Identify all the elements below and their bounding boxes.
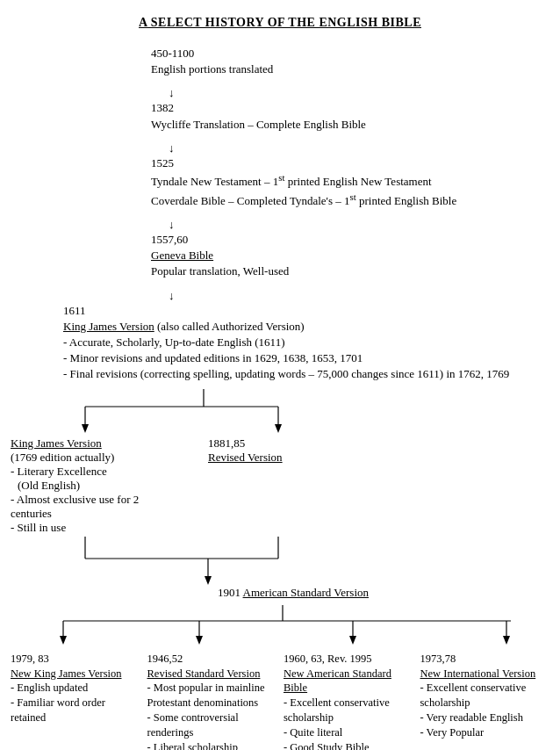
revised-version-col: 1881,85 Revised Version (208, 436, 283, 535)
entry-1382: 1382 Wycliffe Translation – Complete Eng… (151, 100, 549, 132)
bullet-rsv-2: - Some controversial renderings (147, 711, 239, 739)
name-nkjv: New King James Version (11, 667, 122, 680)
page-title: A SELECT HISTORY OF THE ENGLISH BIBLE (11, 16, 549, 30)
kjv-1769-col: King James Version (1769 edition actuall… (11, 436, 173, 535)
main-content: 450-1100 English portions translated ↓ 1… (11, 46, 549, 750)
svg-marker-18 (349, 636, 356, 645)
name-rsv: Revised Standard Version (147, 667, 261, 680)
bullet-niv-3: - Very Popular (420, 726, 485, 739)
arrow-4: ↓ (151, 289, 549, 303)
branch-svg-asv (11, 537, 560, 585)
year-nkjv: 1979, 83 (11, 653, 49, 665)
name-geneva: Geneva Bible (151, 249, 213, 262)
year-1382: 1382 (151, 101, 174, 114)
name-kjv: King James Version (63, 320, 154, 333)
entry-450-1100: 450-1100 English portions translated (151, 46, 549, 77)
name-nasb: New American Standard Bible (284, 667, 391, 695)
col-nasb: 1960, 63, Rev. 1995 New American Standar… (280, 652, 417, 750)
year-asv: 1901 (218, 586, 243, 599)
year-1611: 1611 (63, 304, 86, 317)
text-1382: Wycliffe Translation – Complete English … (151, 118, 366, 131)
entry-asv: 1901 American Standard Version (37, 585, 549, 601)
bullet-kjv1769-3: - Almost exclusive use for 2 centuries (11, 493, 139, 520)
line1-1525: Tyndale New Testament – 1st printed Engl… (151, 175, 432, 188)
text-450: English portions translated (151, 62, 273, 76)
branch-row-1769: King James Version (1769 edition actuall… (11, 436, 549, 535)
branch-svg-four (11, 605, 560, 645)
bullet-kjv-1: - Accurate, Scholarly, Up-to-date Englis… (63, 335, 284, 349)
svg-marker-10 (205, 576, 212, 585)
bullet-niv-2: - Very readable English (420, 711, 523, 724)
year-revised: 1881,85 (208, 436, 245, 450)
bullet-kjv-3: - Final revisions (correcting spelling, … (63, 367, 509, 380)
year-1525: 1525 (151, 156, 174, 169)
subtext-kjv-1769: (1769 edition actually) (11, 451, 114, 464)
bullet-nkjv-2: - Familiar word order retained (11, 696, 105, 724)
line2-1525: Coverdale Bible – Completed Tyndale's – … (151, 194, 456, 207)
arrow-1: ↓ (151, 86, 549, 100)
bullet-kjv1769-4: - Still in use (11, 521, 66, 534)
four-columns: 1979, 83 New King James Version - Englis… (11, 652, 549, 750)
branch-svg-1769 (11, 389, 560, 433)
page-container: A SELECT HISTORY OF THE ENGLISH BIBLE 45… (11, 16, 549, 750)
bullet-rsv-3: - Liberal scholarship (147, 741, 238, 750)
branch-arrows-four (11, 605, 549, 645)
entry-1525: 1525 Tyndale New Testament – 1st printed… (151, 155, 549, 209)
name-asv: American Standard Version (243, 586, 369, 599)
year-1557: 1557,60 (151, 233, 188, 246)
col-rsv: 1946,52 Revised Standard Version - Most … (144, 652, 281, 750)
bullet-niv-1: - Excellent conservative scholarship (420, 681, 527, 709)
col-niv: 1973,78 New International Version - Exce… (417, 652, 550, 740)
bullet-nkjv-1: - English updated (11, 681, 88, 694)
name-kjv-1769: King James Version (11, 436, 102, 450)
year-niv: 1973,78 (420, 653, 456, 665)
name-niv: New International Version (420, 667, 536, 680)
name-revised: Revised Version (208, 451, 283, 464)
svg-marker-16 (196, 636, 203, 645)
text-geneva: Popular translation, Well-used (151, 264, 289, 278)
entry-1611: 1611 King James Version (also called Aut… (63, 303, 549, 383)
year-nasb: 1960, 63, Rev. 1995 (284, 653, 372, 665)
branch-arrows-1769 (11, 389, 549, 433)
bullet-nasb-3: - Good Study Bible (284, 741, 370, 750)
branch-arrows-asv (11, 537, 549, 585)
svg-marker-20 (503, 636, 510, 645)
svg-marker-3 (82, 424, 89, 433)
bullet-rsv-1: - Most popular in mainline Protestant de… (147, 681, 265, 709)
desc-kjv: (also called Authorized Version) (154, 320, 305, 333)
bullet-nasb-2: - Quite literal (284, 726, 342, 739)
bullet-kjv1769-2: (Old English) (11, 479, 80, 492)
svg-marker-5 (275, 424, 282, 433)
bullet-kjv-2: - Minor revisions and updated editions i… (63, 351, 363, 364)
svg-marker-14 (60, 636, 67, 645)
bullet-kjv1769-1: - Literary Excellence (11, 465, 107, 478)
col-nkjv: 1979, 83 New King James Version - Englis… (11, 652, 144, 725)
entry-1557: 1557,60 Geneva Bible Popular translation… (151, 232, 549, 280)
arrow-3: ↓ (151, 218, 549, 232)
arrow-2: ↓ (151, 141, 549, 155)
year-450: 450-1100 (151, 47, 194, 60)
bullet-nasb-1: - Excellent conservative scholarship (284, 696, 390, 724)
year-rsv: 1946,52 (147, 653, 183, 665)
